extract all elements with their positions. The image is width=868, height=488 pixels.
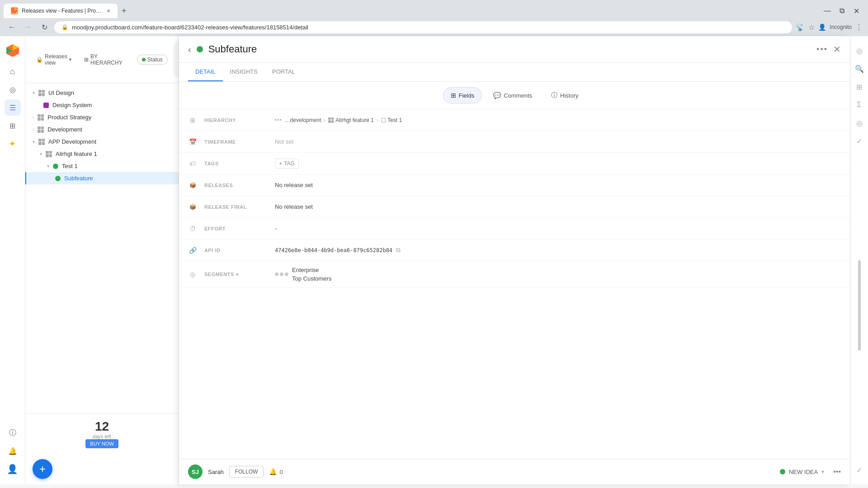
hierarchy-btn[interactable]: ⊞ BY HIERARCHY	[80, 52, 126, 68]
chevron-icon: ▾	[33, 90, 35, 95]
hierarchy-field-icon: ⊞	[188, 117, 197, 124]
sub-tab-comments[interactable]: 💬 Comments	[486, 87, 540, 103]
segments-list: Enterprise Top Customers	[292, 267, 331, 282]
browser-chrome: Releases view - Features | Produ... × + …	[0, 0, 868, 36]
search-bar[interactable]: 🔍 Search features, components & products…	[173, 40, 179, 79]
sidebar-item-notifications[interactable]: ◎	[5, 81, 21, 98]
detail-tabs: DETAIL INSIGHTS PORTAL	[179, 63, 850, 82]
status-chip[interactable]: Status	[137, 55, 168, 65]
tab-close-btn[interactable]: ×	[107, 7, 110, 14]
sidebar-item-features[interactable]: ☰	[5, 99, 21, 116]
add-tag-btn[interactable]: + TAG	[275, 159, 299, 169]
follow-btn[interactable]: FOLLOW	[229, 466, 264, 478]
forward-btn[interactable]: →	[22, 21, 34, 33]
new-tab-btn[interactable]: +	[118, 5, 130, 17]
chevron-icon: ›	[377, 117, 378, 123]
hierarchy-icon: ⊞	[84, 56, 89, 63]
release-final-text: No release set	[275, 203, 313, 210]
bookmark-icon[interactable]: ☆	[808, 23, 815, 32]
release-final-label: RELEASE FINAL	[204, 204, 268, 210]
url-text: moodjoy.productboard.com/feature-board/6…	[72, 24, 308, 31]
lock-icon: 🔒	[61, 24, 68, 30]
feature-title: Subfeature	[208, 43, 257, 55]
sidebar-item-bell[interactable]: 🔔	[5, 443, 21, 459]
tree-label: APP Development	[48, 138, 96, 145]
api-id-value: 47426e8e-b044-4b9d-bea6-879c65282b84 ⧉	[275, 246, 841, 254]
sub-tab-history[interactable]: ⓘ History	[543, 87, 586, 103]
releases-value[interactable]: No release set	[275, 182, 841, 188]
segments-row: Enterprise Top Customers	[275, 267, 331, 282]
address-bar[interactable]: 🔒 moodjoy.productboard.com/feature-board…	[54, 21, 792, 33]
sidebar-item-sparkle[interactable]: ✦	[5, 136, 21, 152]
scrollbar-thumb[interactable]	[858, 260, 861, 351]
address-bar-row: ← → ↻ 🔒 moodjoy.productboard.com/feature…	[0, 18, 868, 36]
right-panel-table-icon[interactable]: ⊞	[852, 80, 867, 94]
chevron-icon: ›	[33, 127, 34, 132]
chevron-icon: ▾	[47, 164, 49, 169]
sidebar-item-help[interactable]: ⓘ	[5, 425, 21, 441]
copy-api-id-btn[interactable]: ⧉	[396, 246, 401, 254]
tab-insights[interactable]: INSIGHTS	[223, 63, 265, 81]
view-title[interactable]: 🔒 Releases view ▾	[33, 52, 75, 68]
right-icon-panel: ◎ 🔍 ⊞ Σ ◎ ✓ ✓	[850, 36, 868, 484]
right-panel-sync-icon[interactable]: ◎	[852, 43, 867, 58]
tab-detail[interactable]: DETAIL	[188, 63, 223, 81]
close-panel-btn[interactable]: ✕	[833, 44, 841, 55]
close-btn[interactable]: ✕	[852, 6, 861, 15]
sidebar-item-user[interactable]: 👤	[5, 461, 21, 477]
release-final-icon: 📦	[188, 204, 197, 210]
reload-btn[interactable]: ↻	[38, 21, 51, 33]
right-panel-circle-icon[interactable]: ◎	[852, 116, 867, 130]
active-tab[interactable]: Releases view - Features | Produ... ×	[4, 4, 118, 18]
segments-expand-icon[interactable]: ▾	[236, 272, 239, 277]
more-icon[interactable]: •••	[275, 117, 282, 123]
tree-item-design-system[interactable]: Design System	[25, 99, 179, 111]
sidebar-item-grid[interactable]: ⊞	[5, 117, 21, 134]
back-btn[interactable]: ‹	[188, 44, 191, 55]
back-btn[interactable]: ←	[5, 21, 18, 33]
segment-item: Enterprise	[292, 267, 331, 273]
release-final-value[interactable]: No release set	[275, 203, 841, 210]
footer-more-btn[interactable]: •••	[833, 468, 841, 476]
detail-panel: ‹ Subfeature ••• ✕ DETAIL INSIGHTS PORTA…	[179, 36, 850, 484]
tree-item-ui-design[interactable]: ▾ UI Design	[25, 87, 179, 99]
tab-portal[interactable]: PORTAL	[265, 63, 302, 81]
new-idea-btn[interactable]: NEW IDEA ▾	[780, 469, 824, 475]
comments-icon: 💬	[493, 92, 501, 99]
tree-item-alirhgt[interactable]: ▾ Alirhgt feature 1	[25, 148, 179, 160]
tree-label: Development	[47, 126, 82, 133]
right-panel-check-icon[interactable]: ✓	[852, 134, 867, 148]
scrollbar-area	[858, 152, 861, 459]
tree-item-test1[interactable]: ▾ Test 1	[25, 160, 179, 172]
timeframe-value[interactable]: Not set	[275, 138, 841, 145]
minimize-btn[interactable]: —	[823, 6, 832, 15]
tree-item-development[interactable]: › Development	[25, 123, 179, 136]
add-feature-btn[interactable]: +	[33, 459, 52, 479]
tree-item-product-strategy[interactable]: › Product Strategy	[25, 111, 179, 123]
new-idea-dot	[780, 469, 785, 474]
cast-icon[interactable]: 📡	[796, 23, 805, 32]
menu-icon[interactable]: ⋮	[855, 23, 863, 32]
effort-value[interactable]: -	[275, 225, 841, 232]
sub-tab-fields[interactable]: ⊞ Fields	[443, 87, 482, 103]
tree-item-subfeature[interactable]: Subfeature	[25, 172, 179, 184]
effort-field-icon: ⏱	[188, 225, 197, 232]
right-panel-search-icon[interactable]: 🔍	[852, 61, 867, 76]
field-row-tags: 🏷 TAGS + TAG	[179, 153, 850, 174]
sidebar-item-home[interactable]: ⌂	[5, 63, 21, 80]
buy-now-btn[interactable]: BUY NOW	[85, 439, 118, 448]
notify-count: 0	[279, 469, 283, 475]
user-avatar: SJ	[188, 465, 203, 479]
hierarchy-node: …development	[285, 117, 321, 123]
tree-item-app-dev[interactable]: ▾ APP Development	[25, 136, 179, 148]
more-actions-btn[interactable]: •••	[816, 45, 828, 54]
right-panel-bottom-icon[interactable]: ✓	[852, 463, 867, 477]
right-panel-sigma-icon[interactable]: Σ	[852, 98, 867, 112]
tree-label: Product Strategy	[47, 114, 91, 121]
maximize-btn[interactable]: ⧉	[837, 6, 846, 15]
profile-icon[interactable]: 👤	[818, 23, 826, 31]
days-number: 12	[95, 419, 109, 434]
incognito-label: Incognito	[830, 24, 852, 30]
field-row-effort: ⏱ EFFORT -	[179, 218, 850, 239]
tree-label: Subfeature	[64, 175, 93, 182]
